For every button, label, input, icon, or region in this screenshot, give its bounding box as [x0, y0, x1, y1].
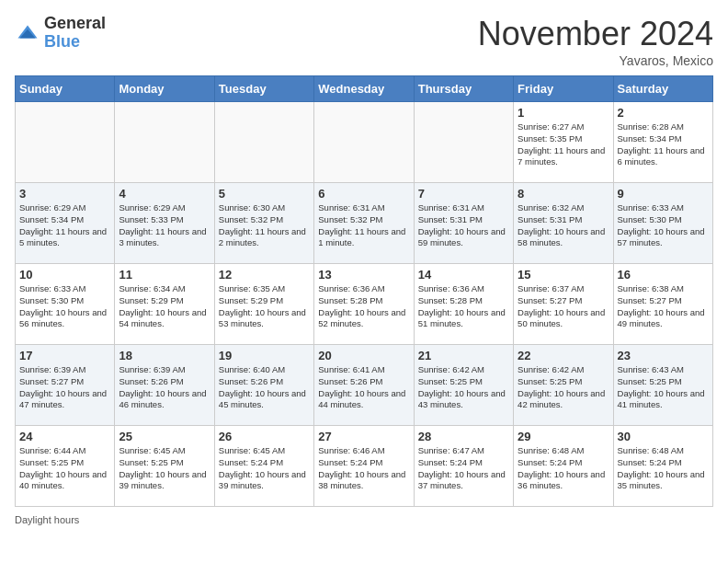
calendar-cell: 9Sunrise: 6:33 AM Sunset: 5:30 PM Daylig…	[613, 183, 712, 264]
day-number: 15	[518, 268, 609, 282]
calendar-cell: 27Sunrise: 6:46 AM Sunset: 5:24 PM Dayli…	[314, 426, 414, 507]
day-info: Sunrise: 6:34 AM Sunset: 5:29 PM Dayligh…	[119, 283, 210, 330]
day-number: 4	[119, 187, 210, 201]
day-number: 27	[318, 430, 409, 443]
week-row-2: 3Sunrise: 6:29 AM Sunset: 5:34 PM Daylig…	[16, 183, 713, 264]
calendar-cell: 15Sunrise: 6:37 AM Sunset: 5:27 PM Dayli…	[514, 264, 613, 345]
calendar-cell: 12Sunrise: 6:35 AM Sunset: 5:29 PM Dayli…	[214, 264, 313, 345]
calendar-cell: 8Sunrise: 6:32 AM Sunset: 5:31 PM Daylig…	[514, 183, 613, 264]
day-number: 24	[19, 430, 110, 443]
calendar-cell: 11Sunrise: 6:34 AM Sunset: 5:29 PM Dayli…	[115, 264, 214, 345]
day-info: Sunrise: 6:31 AM Sunset: 5:32 PM Dayligh…	[318, 202, 409, 249]
logo: General Blue	[15, 15, 106, 52]
week-row-5: 24Sunrise: 6:44 AM Sunset: 5:25 PM Dayli…	[16, 426, 713, 507]
day-number: 21	[418, 349, 509, 362]
logo-general-text: General	[44, 15, 106, 33]
calendar-cell: 20Sunrise: 6:41 AM Sunset: 5:26 PM Dayli…	[314, 345, 414, 426]
day-number: 23	[618, 349, 709, 362]
day-number: 29	[518, 430, 609, 443]
calendar-header-row: SundayMondayTuesdayWednesdayThursdayFrid…	[16, 76, 713, 102]
column-header-sunday: Sunday	[16, 76, 115, 102]
calendar-cell: 28Sunrise: 6:47 AM Sunset: 5:24 PM Dayli…	[414, 426, 513, 507]
calendar-cell	[115, 102, 214, 183]
day-number: 9	[618, 187, 709, 201]
calendar-cell	[314, 102, 414, 183]
calendar-cell: 4Sunrise: 6:29 AM Sunset: 5:33 PM Daylig…	[115, 183, 214, 264]
day-number: 13	[318, 268, 409, 282]
day-info: Sunrise: 6:43 AM Sunset: 5:25 PM Dayligh…	[618, 364, 709, 411]
day-info: Sunrise: 6:41 AM Sunset: 5:26 PM Dayligh…	[318, 364, 409, 411]
title-block: November 2024 Yavaros, Mexico	[478, 15, 713, 68]
calendar-cell: 29Sunrise: 6:48 AM Sunset: 5:24 PM Dayli…	[514, 426, 613, 507]
day-number: 7	[418, 187, 509, 201]
day-info: Sunrise: 6:46 AM Sunset: 5:24 PM Dayligh…	[318, 445, 409, 492]
day-info: Sunrise: 6:45 AM Sunset: 5:24 PM Dayligh…	[219, 445, 310, 492]
day-number: 10	[19, 268, 110, 282]
day-info: Sunrise: 6:42 AM Sunset: 5:25 PM Dayligh…	[418, 364, 509, 411]
calendar-cell: 25Sunrise: 6:45 AM Sunset: 5:25 PM Dayli…	[115, 426, 214, 507]
column-header-thursday: Thursday	[414, 76, 513, 102]
day-number: 14	[418, 268, 509, 282]
day-number: 1	[518, 106, 609, 120]
day-number: 30	[618, 430, 709, 443]
calendar-cell: 26Sunrise: 6:45 AM Sunset: 5:24 PM Dayli…	[214, 426, 313, 507]
calendar-cell: 24Sunrise: 6:44 AM Sunset: 5:25 PM Dayli…	[16, 426, 115, 507]
calendar-cell	[16, 102, 115, 183]
column-header-monday: Monday	[115, 76, 214, 102]
calendar-cell: 19Sunrise: 6:40 AM Sunset: 5:26 PM Dayli…	[214, 345, 313, 426]
week-row-1: 1Sunrise: 6:27 AM Sunset: 5:35 PM Daylig…	[16, 102, 713, 183]
day-number: 19	[219, 349, 310, 362]
day-info: Sunrise: 6:29 AM Sunset: 5:33 PM Dayligh…	[119, 202, 210, 249]
calendar-cell: 7Sunrise: 6:31 AM Sunset: 5:31 PM Daylig…	[414, 183, 513, 264]
day-info: Sunrise: 6:29 AM Sunset: 5:34 PM Dayligh…	[19, 202, 110, 249]
day-number: 2	[618, 106, 709, 120]
month-title: November 2024	[478, 15, 713, 53]
day-info: Sunrise: 6:35 AM Sunset: 5:29 PM Dayligh…	[219, 283, 310, 330]
calendar-cell: 17Sunrise: 6:39 AM Sunset: 5:27 PM Dayli…	[16, 345, 115, 426]
day-info: Sunrise: 6:33 AM Sunset: 5:30 PM Dayligh…	[618, 202, 709, 249]
day-info: Sunrise: 6:40 AM Sunset: 5:26 PM Dayligh…	[219, 364, 310, 411]
day-number: 6	[318, 187, 409, 201]
calendar-table: SundayMondayTuesdayWednesdayThursdayFrid…	[15, 75, 713, 507]
day-number: 25	[119, 430, 210, 443]
footer: Daylight hours	[15, 514, 713, 525]
column-header-friday: Friday	[514, 76, 613, 102]
day-info: Sunrise: 6:44 AM Sunset: 5:25 PM Dayligh…	[19, 445, 110, 492]
logo-blue-text: Blue	[44, 33, 106, 52]
day-number: 18	[119, 349, 210, 362]
day-info: Sunrise: 6:28 AM Sunset: 5:34 PM Dayligh…	[618, 121, 709, 168]
day-info: Sunrise: 6:42 AM Sunset: 5:25 PM Dayligh…	[518, 364, 609, 411]
day-number: 22	[518, 349, 609, 362]
day-number: 5	[219, 187, 310, 201]
calendar-cell	[214, 102, 313, 183]
day-info: Sunrise: 6:39 AM Sunset: 5:27 PM Dayligh…	[19, 364, 110, 411]
day-info: Sunrise: 6:32 AM Sunset: 5:31 PM Dayligh…	[518, 202, 609, 249]
calendar-cell: 30Sunrise: 6:48 AM Sunset: 5:24 PM Dayli…	[613, 426, 712, 507]
page-header: General Blue November 2024 Yavaros, Mexi…	[15, 15, 713, 68]
column-header-tuesday: Tuesday	[214, 76, 313, 102]
calendar-cell: 21Sunrise: 6:42 AM Sunset: 5:25 PM Dayli…	[414, 345, 513, 426]
column-header-saturday: Saturday	[613, 76, 712, 102]
day-info: Sunrise: 6:45 AM Sunset: 5:25 PM Dayligh…	[119, 445, 210, 492]
calendar-cell: 6Sunrise: 6:31 AM Sunset: 5:32 PM Daylig…	[314, 183, 414, 264]
day-info: Sunrise: 6:36 AM Sunset: 5:28 PM Dayligh…	[418, 283, 509, 330]
location: Yavaros, Mexico	[478, 53, 713, 68]
calendar-cell	[414, 102, 513, 183]
calendar-cell: 10Sunrise: 6:33 AM Sunset: 5:30 PM Dayli…	[16, 264, 115, 345]
day-info: Sunrise: 6:31 AM Sunset: 5:31 PM Dayligh…	[418, 202, 509, 249]
column-header-wednesday: Wednesday	[314, 76, 414, 102]
calendar-cell: 23Sunrise: 6:43 AM Sunset: 5:25 PM Dayli…	[613, 345, 712, 426]
calendar-cell: 2Sunrise: 6:28 AM Sunset: 5:34 PM Daylig…	[613, 102, 712, 183]
calendar-cell: 16Sunrise: 6:38 AM Sunset: 5:27 PM Dayli…	[613, 264, 712, 345]
day-info: Sunrise: 6:37 AM Sunset: 5:27 PM Dayligh…	[518, 283, 609, 330]
calendar-cell: 18Sunrise: 6:39 AM Sunset: 5:26 PM Dayli…	[115, 345, 214, 426]
footer-text: Daylight hours	[15, 514, 79, 525]
day-number: 17	[19, 349, 110, 362]
calendar-cell: 14Sunrise: 6:36 AM Sunset: 5:28 PM Dayli…	[414, 264, 513, 345]
day-number: 12	[219, 268, 310, 282]
logo-icon	[15, 20, 40, 46]
day-number: 20	[318, 349, 409, 362]
day-info: Sunrise: 6:48 AM Sunset: 5:24 PM Dayligh…	[518, 445, 609, 492]
day-info: Sunrise: 6:36 AM Sunset: 5:28 PM Dayligh…	[318, 283, 409, 330]
day-number: 28	[418, 430, 509, 443]
